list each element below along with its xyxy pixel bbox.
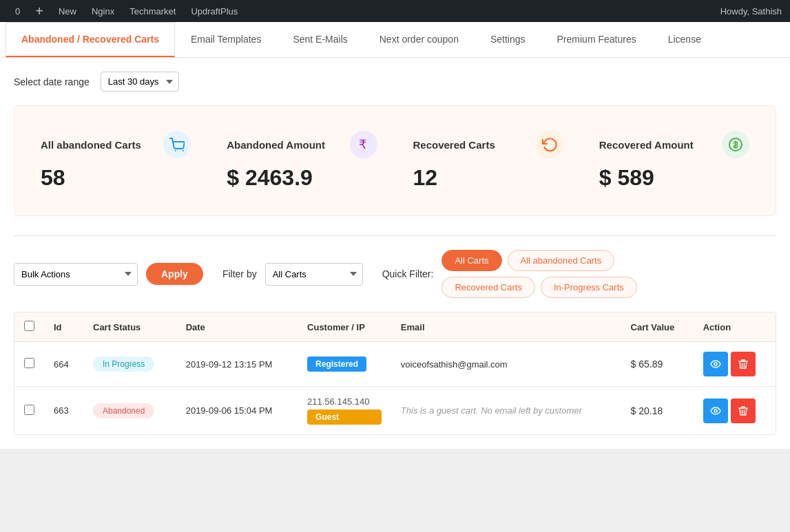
quick-filter-label: Quick Filter: (382, 268, 434, 279)
apply-button[interactable]: Apply (146, 263, 203, 285)
tab-next-order-coupon[interactable]: Next order coupon (364, 22, 475, 57)
stat-card-recovered-amount: Recovered Amount $ 589 (587, 120, 762, 202)
customer-badge-663: Guest (307, 409, 382, 425)
view-button-664[interactable] (703, 352, 728, 376)
stat-card-header-abandoned: All abandoned Carts (41, 131, 191, 158)
qf-recovered-carts[interactable]: Recovered Carts (441, 277, 535, 298)
row-customer-664: Registered (298, 342, 391, 387)
stat-value-abandoned: 58 (41, 165, 191, 191)
admin-bar-add[interactable]: + (28, 0, 50, 22)
svg-point-5 (714, 409, 717, 412)
stat-card-recovered: Recovered Carts 12 (401, 120, 576, 202)
email-text-663: This is a guest cart. No email left by c… (401, 405, 582, 416)
admin-bar-nginx[interactable]: Nginx (85, 0, 121, 22)
th-cart-status: Cart Status (83, 312, 176, 342)
th-cart-value: Cart Value (621, 312, 694, 342)
row-actions-664 (694, 342, 776, 387)
svg-point-4 (714, 363, 717, 365)
stat-card-abandoned: All abandoned Carts 58 (28, 120, 203, 202)
stat-value-recovered-amount: $ 589 (599, 165, 749, 191)
row-id-663: 663 (44, 387, 83, 435)
stat-value-recovered: 12 (413, 165, 563, 191)
stat-card-header-recovered-amount: Recovered Amount (599, 131, 749, 158)
stat-icon-dollar-circle (722, 131, 749, 158)
stat-title-recovered: Recovered Carts (413, 139, 495, 151)
admin-bar-items: 0 + New Nginx Techmarket UpdraftPlus (8, 0, 720, 22)
stat-icon-rupee: ₹ (350, 131, 377, 158)
filter-by-label: Filter by (222, 268, 257, 279)
tab-email-templates[interactable]: Email Templates (175, 22, 277, 57)
table-row: 664 In Progress 2019-09-12 13:15 PM Regi… (14, 342, 776, 387)
table-body: 664 In Progress 2019-09-12 13:15 PM Regi… (14, 342, 776, 435)
admin-bar-updraftplus[interactable]: UpdraftPlus (184, 0, 245, 22)
row-checkbox-664[interactable] (24, 358, 34, 368)
customer-badge-664: Registered (307, 357, 366, 372)
stat-icon-refresh (536, 131, 563, 158)
admin-bar-howdy: Howdy, Sathish (720, 6, 782, 17)
status-badge-664: In Progress (93, 357, 154, 372)
email-text-664: voiceofsathish@gmail.com (401, 359, 508, 370)
delete-button-664[interactable] (731, 352, 756, 376)
tab-abandoned-recovered[interactable]: Abandoned / Recovered Carts (6, 22, 175, 57)
row-id-664: 664 (44, 342, 83, 387)
row-checkbox-663[interactable] (24, 405, 34, 415)
stat-value-amount: $ 2463.9 (227, 165, 377, 191)
stat-title-abandoned: All abandoned Carts (41, 139, 141, 151)
tab-premium-features[interactable]: Premium Features (541, 22, 652, 57)
tab-license[interactable]: License (652, 22, 717, 57)
tab-settings[interactable]: Settings (475, 22, 541, 57)
cart-value-664: $ 65.89 (631, 359, 663, 370)
stats-row: All abandoned Carts 58 Abandoned Amount (14, 105, 776, 216)
row-status-664: In Progress (83, 342, 176, 387)
admin-bar-zero[interactable]: 0 (8, 0, 27, 22)
stat-title-amount: Abandoned Amount (227, 139, 325, 151)
row-actions-663 (694, 387, 776, 435)
quick-filter-row2: Recovered Carts In-Progress Carts (441, 277, 636, 298)
cart-value-663: $ 20.18 (631, 405, 663, 416)
quick-filter-container: All Carts All abandoned Carts Recovered … (441, 250, 636, 298)
row-date-663: 2019-09-06 15:04 PM (176, 387, 298, 435)
qf-abandoned-carts[interactable]: All abandoned Carts (508, 250, 615, 271)
admin-bar-techmarket[interactable]: Techmarket (123, 0, 183, 22)
quick-filter-row1: All Carts All abandoned Carts (441, 250, 636, 271)
row-customer-663: 211.56.145.140 Guest (298, 387, 391, 435)
delete-button-663[interactable] (731, 398, 756, 423)
stat-icon-cart (163, 131, 191, 158)
section-divider (14, 235, 776, 236)
th-date: Date (176, 312, 298, 342)
table-wrap: Id Cart Status Date Customer / IP Email … (14, 312, 776, 435)
admin-bar: 0 + New Nginx Techmarket UpdraftPlus How… (0, 0, 790, 22)
admin-bar-new[interactable]: New (52, 0, 83, 22)
row-checkbox-cell-664 (14, 342, 44, 387)
date-range-label: Select date range (14, 76, 90, 87)
row-checkbox-cell-663 (14, 387, 44, 435)
th-email: Email (391, 312, 621, 342)
filter-by-select[interactable]: All Carts Abandoned Carts Recovered Cart… (265, 263, 363, 286)
date-range-row: Select date range Last 30 days Last 7 da… (14, 72, 776, 92)
content-area: Select date range Last 30 days Last 7 da… (0, 58, 790, 449)
th-action: Action (694, 312, 776, 342)
actions-bar: Bulk Actions Delete Apply Filter by All … (14, 250, 776, 298)
table-row: 663 Abandoned 2019-09-06 15:04 PM 211.56… (14, 387, 776, 435)
status-badge-663: Abandoned (93, 403, 154, 418)
row-email-663: This is a guest cart. No email left by c… (391, 387, 621, 435)
stat-title-recovered-amount: Recovered Amount (599, 139, 694, 151)
qf-inprogress-carts[interactable]: In-Progress Carts (541, 277, 637, 298)
view-button-663[interactable] (703, 398, 728, 423)
row-cartvalue-664: $ 65.89 (621, 342, 694, 387)
main-wrap: Abandoned / Recovered Carts Email Templa… (0, 22, 790, 449)
th-customer-ip: Customer / IP (298, 312, 391, 342)
svg-point-1 (183, 150, 184, 151)
th-checkbox (14, 312, 44, 342)
select-all-checkbox[interactable] (24, 321, 34, 331)
action-btns-663 (703, 398, 766, 423)
date-range-select[interactable]: Last 30 days Last 7 days Last 90 days Th… (101, 72, 179, 92)
action-btns-664 (703, 352, 766, 376)
tab-sent-emails[interactable]: Sent E-Mails (277, 22, 363, 57)
ip-text-663: 211.56.145.140 (307, 396, 382, 407)
row-cartvalue-663: $ 20.18 (621, 387, 694, 435)
bulk-actions-select[interactable]: Bulk Actions Delete (14, 263, 138, 286)
carts-table: Id Cart Status Date Customer / IP Email … (14, 312, 776, 434)
qf-all-carts[interactable]: All Carts (441, 250, 501, 271)
svg-point-0 (175, 150, 176, 151)
